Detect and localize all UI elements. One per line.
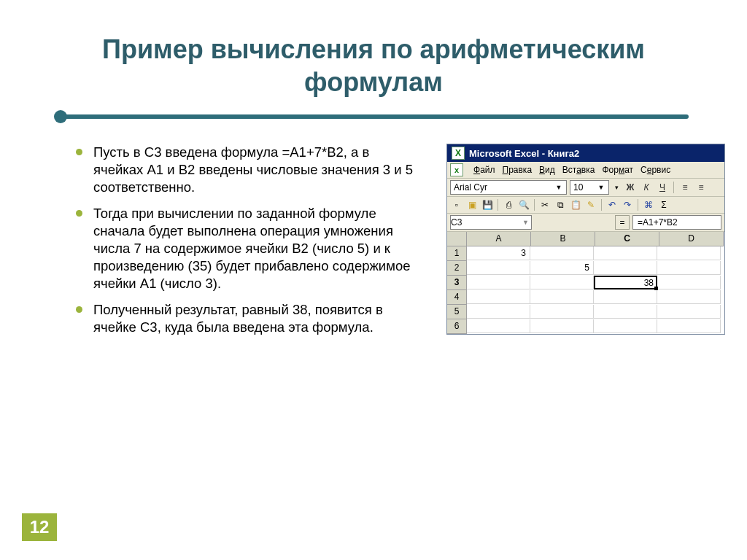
cell-c5[interactable]	[594, 305, 657, 319]
row-header-6[interactable]: 6	[447, 319, 467, 334]
bold-button[interactable]: Ж	[624, 181, 637, 194]
cell-c4[interactable]	[594, 290, 657, 304]
bullet-list: Пусть в С3 введена формула =А1+7*В2, а в…	[73, 144, 420, 336]
underline-button[interactable]: Ч	[656, 181, 669, 194]
excel-titlebar: X Microsoft Excel - Книга2	[447, 144, 724, 162]
formula-text: =A1+7*B2	[638, 217, 678, 228]
cell-c1[interactable]	[594, 246, 657, 260]
col-header-a[interactable]: A	[467, 232, 531, 246]
cell-d4[interactable]	[657, 290, 721, 304]
dropdown-icon: ▼	[554, 184, 563, 191]
row-header-3[interactable]: 3	[447, 276, 467, 290]
print-icon[interactable]: ⎙	[502, 198, 515, 211]
align-center-icon[interactable]: ≡	[694, 181, 708, 194]
spreadsheet-grid[interactable]: A B C D 1 3 2 5	[447, 232, 724, 334]
bullet-item: Полученный результат, равный 38, появитс…	[73, 301, 420, 336]
row-header-5[interactable]: 5	[447, 305, 467, 319]
dropdown-icon: ▾	[612, 184, 621, 191]
excel-window: X Microsoft Excel - Книга2 x Файл Правка…	[446, 144, 725, 335]
cell-b6[interactable]	[530, 319, 594, 333]
format-painter-icon[interactable]: ✎	[584, 198, 597, 211]
col-header-b[interactable]: B	[531, 232, 595, 246]
cell-d1[interactable]	[657, 246, 721, 260]
excel-menubar: x Файл Правка Вид Вставка Формат Сервис	[447, 162, 724, 179]
menu-file[interactable]: Файл	[473, 165, 495, 175]
cell-a3[interactable]	[467, 276, 530, 289]
cell-a6[interactable]	[467, 319, 530, 333]
row-header-1[interactable]: 1	[447, 246, 467, 261]
cell-d6[interactable]	[657, 319, 721, 333]
cell-d5[interactable]	[657, 305, 721, 319]
cell-c2[interactable]	[594, 261, 657, 275]
active-cell-name: C3	[451, 217, 462, 228]
sheet-icon: x	[450, 163, 463, 176]
menu-insert[interactable]: Вставка	[562, 165, 595, 175]
cell-c6[interactable]	[594, 319, 657, 333]
font-size-selector[interactable]: 10 ▼	[570, 180, 609, 195]
menu-edit[interactable]: Правка	[503, 165, 533, 175]
slide-title: Пример вычисления по арифметическим форм…	[0, 0, 747, 98]
name-box[interactable]: C3 ▼	[450, 215, 532, 230]
menu-view[interactable]: Вид	[539, 165, 555, 175]
font-selector[interactable]: Arial Cyr ▼	[450, 180, 567, 195]
col-header-c[interactable]: C	[595, 232, 659, 246]
excel-icon: X	[452, 147, 465, 160]
undo-icon[interactable]: ↶	[605, 198, 619, 211]
font-name: Arial Cyr	[454, 182, 487, 192]
align-left-icon[interactable]: ≡	[678, 181, 692, 194]
font-size: 10	[573, 182, 583, 192]
cell-c3[interactable]: 38	[594, 276, 657, 289]
redo-icon[interactable]: ↷	[621, 198, 634, 211]
bullet-item: Пусть в С3 введена формула =А1+7*В2, а в…	[73, 144, 420, 196]
page-number: 12	[22, 513, 57, 541]
open-icon[interactable]: ▣	[465, 198, 479, 211]
preview-icon[interactable]: 🔍	[517, 198, 530, 211]
italic-button[interactable]: К	[640, 181, 653, 194]
cell-a1[interactable]: 3	[467, 246, 530, 260]
cell-b4[interactable]	[530, 290, 594, 304]
col-header-d[interactable]: D	[659, 232, 724, 246]
title-underline	[58, 112, 689, 123]
sum-icon[interactable]: Σ	[657, 198, 670, 211]
cell-b1[interactable]	[530, 246, 594, 260]
formula-bar: C3 ▼ = =A1+7*B2	[447, 214, 724, 232]
formula-input[interactable]: =A1+7*B2	[632, 215, 721, 230]
standard-toolbar: ▫ ▣ 💾 ⎙ 🔍 ✂ ⧉ 📋 ✎ ↶ ↷ ⌘ Σ	[447, 197, 724, 214]
paste-icon[interactable]: 📋	[569, 198, 582, 211]
cell-d3[interactable]	[657, 276, 721, 289]
menu-format[interactable]: Формат	[602, 165, 633, 175]
row-header-4[interactable]: 4	[447, 290, 467, 305]
bullet-item: Тогда при вычислении по заданной формуле…	[73, 205, 420, 292]
menu-tools[interactable]: Сервис	[640, 165, 670, 175]
cell-a4[interactable]	[467, 290, 530, 304]
excel-title: Microsoft Excel - Книга2	[469, 148, 579, 159]
copy-icon[interactable]: ⧉	[554, 198, 567, 211]
equals-button[interactable]: =	[615, 215, 630, 230]
cell-b2[interactable]: 5	[530, 261, 594, 275]
save-icon[interactable]: 💾	[481, 198, 494, 211]
cell-a5[interactable]	[467, 305, 530, 319]
format-toolbar: Arial Cyr ▼ 10 ▼ ▾ Ж К Ч ≡ ≡	[447, 179, 724, 197]
cell-b5[interactable]	[530, 305, 594, 319]
cell-b3[interactable]	[530, 276, 594, 289]
new-icon[interactable]: ▫	[450, 198, 463, 211]
cell-d2[interactable]	[657, 261, 721, 275]
cut-icon[interactable]: ✂	[538, 198, 551, 211]
corner-cell[interactable]	[447, 232, 467, 246]
row-header-2[interactable]: 2	[447, 261, 467, 276]
link-icon[interactable]: ⌘	[642, 198, 655, 211]
dropdown-icon: ▼	[522, 219, 531, 226]
cell-a2[interactable]	[467, 261, 530, 275]
dropdown-icon: ▼	[597, 184, 605, 191]
